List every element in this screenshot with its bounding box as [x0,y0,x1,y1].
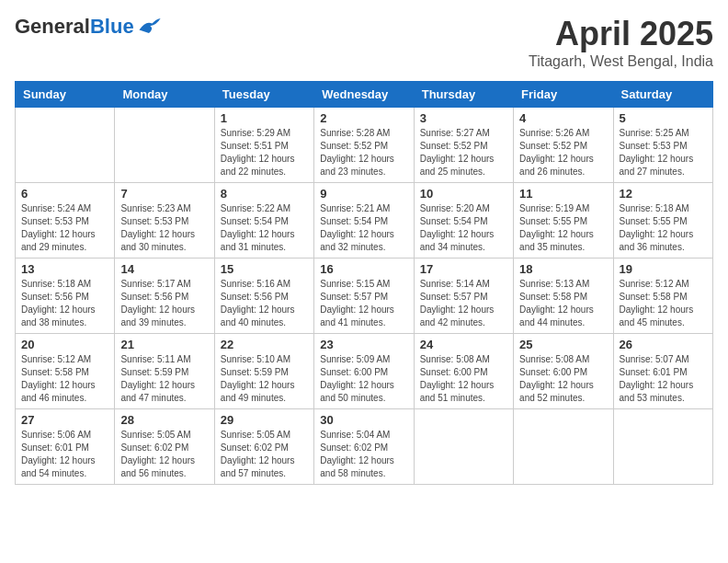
title-block: April 2025 Titagarh, West Bengal, India [529,15,713,70]
calendar-cell: 24Sunrise: 5:08 AM Sunset: 6:00 PM Dayli… [414,334,513,409]
day-info: Sunrise: 5:13 AM Sunset: 5:58 PM Dayligh… [519,278,607,329]
day-number: 10 [420,187,507,201]
day-number: 6 [21,187,108,201]
day-info: Sunrise: 5:26 AM Sunset: 5:52 PM Dayligh… [519,127,607,178]
calendar-cell: 22Sunrise: 5:10 AM Sunset: 5:59 PM Dayli… [214,334,313,409]
calendar-cell: 8Sunrise: 5:22 AM Sunset: 5:54 PM Daylig… [214,183,313,259]
day-number: 17 [420,262,507,276]
day-info: Sunrise: 5:12 AM Sunset: 5:58 PM Dayligh… [21,353,108,405]
day-number: 20 [21,338,108,351]
logo: GeneralBlue [15,15,162,39]
day-number: 4 [519,111,607,125]
calendar-cell: 26Sunrise: 5:07 AM Sunset: 6:01 PM Dayli… [613,334,712,409]
calendar-cell: 4Sunrise: 5:26 AM Sunset: 5:52 PM Daylig… [514,108,613,183]
week-row-4: 20Sunrise: 5:12 AM Sunset: 5:58 PM Dayli… [16,334,713,409]
calendar-cell: 2Sunrise: 5:28 AM Sunset: 5:52 PM Daylig… [314,108,414,183]
calendar-cell: 9Sunrise: 5:21 AM Sunset: 5:54 PM Daylig… [314,183,414,259]
calendar-cell: 14Sunrise: 5:17 AM Sunset: 5:56 PM Dayli… [115,259,214,334]
calendar-table: SundayMondayTuesdayWednesdayThursdayFrid… [15,81,713,485]
day-info: Sunrise: 5:27 AM Sunset: 5:52 PM Dayligh… [420,127,507,178]
day-info: Sunrise: 5:19 AM Sunset: 5:55 PM Dayligh… [519,202,607,254]
day-info: Sunrise: 5:06 AM Sunset: 6:01 PM Dayligh… [21,429,108,480]
day-info: Sunrise: 5:05 AM Sunset: 6:02 PM Dayligh… [221,429,308,480]
day-number: 28 [120,413,208,427]
day-number: 26 [620,338,707,351]
calendar-cell: 25Sunrise: 5:08 AM Sunset: 6:00 PM Dayli… [514,334,613,409]
day-number: 8 [221,187,308,201]
weekday-header-friday: Friday [514,82,613,108]
calendar-cell: 21Sunrise: 5:11 AM Sunset: 5:59 PM Dayli… [115,334,214,409]
day-info: Sunrise: 5:15 AM Sunset: 5:57 PM Dayligh… [320,278,407,329]
day-number: 24 [420,338,507,351]
day-number: 3 [420,111,507,125]
week-row-2: 6Sunrise: 5:24 AM Sunset: 5:53 PM Daylig… [16,183,713,259]
day-number: 29 [221,413,308,427]
calendar-cell: 19Sunrise: 5:12 AM Sunset: 5:58 PM Dayli… [613,259,712,334]
day-info: Sunrise: 5:04 AM Sunset: 6:02 PM Dayligh… [320,429,407,480]
day-number: 21 [120,338,208,351]
day-info: Sunrise: 5:20 AM Sunset: 5:54 PM Dayligh… [420,202,507,254]
calendar-cell: 27Sunrise: 5:06 AM Sunset: 6:01 PM Dayli… [16,409,115,485]
day-info: Sunrise: 5:08 AM Sunset: 6:00 PM Dayligh… [420,353,507,405]
calendar-cell: 18Sunrise: 5:13 AM Sunset: 5:58 PM Dayli… [514,259,613,334]
calendar-cell: 3Sunrise: 5:27 AM Sunset: 5:52 PM Daylig… [414,108,513,183]
day-info: Sunrise: 5:14 AM Sunset: 5:57 PM Dayligh… [420,278,507,329]
day-number: 11 [519,187,607,201]
calendar-cell: 1Sunrise: 5:29 AM Sunset: 5:51 PM Daylig… [214,108,313,183]
calendar-cell: 30Sunrise: 5:04 AM Sunset: 6:02 PM Dayli… [314,409,414,485]
day-info: Sunrise: 5:21 AM Sunset: 5:54 PM Dayligh… [320,202,407,254]
calendar-cell: 12Sunrise: 5:18 AM Sunset: 5:55 PM Dayli… [613,183,712,259]
logo-bird-icon [136,17,162,37]
day-info: Sunrise: 5:29 AM Sunset: 5:51 PM Dayligh… [221,127,308,178]
calendar-cell: 20Sunrise: 5:12 AM Sunset: 5:58 PM Dayli… [16,334,115,409]
day-info: Sunrise: 5:05 AM Sunset: 6:02 PM Dayligh… [120,429,208,480]
week-row-5: 27Sunrise: 5:06 AM Sunset: 6:01 PM Dayli… [16,409,713,485]
day-number: 1 [221,111,308,125]
weekday-header-row: SundayMondayTuesdayWednesdayThursdayFrid… [16,82,713,108]
day-number: 27 [21,413,108,427]
week-row-1: 1Sunrise: 5:29 AM Sunset: 5:51 PM Daylig… [16,108,713,183]
day-number: 5 [620,111,707,125]
day-info: Sunrise: 5:18 AM Sunset: 5:55 PM Dayligh… [620,202,707,254]
logo-blue-text: Blue [90,15,134,39]
day-info: Sunrise: 5:09 AM Sunset: 6:00 PM Dayligh… [320,353,407,405]
weekday-header-wednesday: Wednesday [314,82,414,108]
calendar-cell: 10Sunrise: 5:20 AM Sunset: 5:54 PM Dayli… [414,183,513,259]
weekday-header-tuesday: Tuesday [214,82,313,108]
day-info: Sunrise: 5:22 AM Sunset: 5:54 PM Dayligh… [221,202,308,254]
day-number: 2 [320,111,407,125]
calendar-cell [613,409,712,485]
calendar-cell: 29Sunrise: 5:05 AM Sunset: 6:02 PM Dayli… [214,409,313,485]
weekday-header-saturday: Saturday [613,82,712,108]
day-number: 25 [519,338,607,351]
week-row-3: 13Sunrise: 5:18 AM Sunset: 5:56 PM Dayli… [16,259,713,334]
calendar-cell: 7Sunrise: 5:23 AM Sunset: 5:53 PM Daylig… [115,183,214,259]
day-info: Sunrise: 5:07 AM Sunset: 6:01 PM Dayligh… [620,353,707,405]
day-info: Sunrise: 5:25 AM Sunset: 5:53 PM Dayligh… [620,127,707,178]
day-info: Sunrise: 5:28 AM Sunset: 5:52 PM Dayligh… [320,127,407,178]
day-number: 15 [221,262,308,276]
day-number: 16 [320,262,407,276]
day-number: 7 [120,187,208,201]
weekday-header-sunday: Sunday [16,82,115,108]
calendar-cell [414,409,513,485]
day-info: Sunrise: 5:17 AM Sunset: 5:56 PM Dayligh… [120,278,208,329]
weekday-header-monday: Monday [115,82,214,108]
day-info: Sunrise: 5:16 AM Sunset: 5:56 PM Dayligh… [221,278,308,329]
day-number: 23 [320,338,407,351]
day-number: 30 [320,413,407,427]
day-number: 22 [221,338,308,351]
calendar-cell [115,108,214,183]
calendar-cell: 28Sunrise: 5:05 AM Sunset: 6:02 PM Dayli… [115,409,214,485]
calendar-cell [514,409,613,485]
day-number: 9 [320,187,407,201]
calendar-cell: 5Sunrise: 5:25 AM Sunset: 5:53 PM Daylig… [613,108,712,183]
day-info: Sunrise: 5:23 AM Sunset: 5:53 PM Dayligh… [120,202,208,254]
calendar-subtitle: Titagarh, West Bengal, India [529,53,713,70]
day-number: 18 [519,262,607,276]
weekday-header-thursday: Thursday [414,82,513,108]
day-number: 12 [620,187,707,201]
calendar-cell: 23Sunrise: 5:09 AM Sunset: 6:00 PM Dayli… [314,334,414,409]
calendar-cell: 15Sunrise: 5:16 AM Sunset: 5:56 PM Dayli… [214,259,313,334]
day-info: Sunrise: 5:24 AM Sunset: 5:53 PM Dayligh… [21,202,108,254]
